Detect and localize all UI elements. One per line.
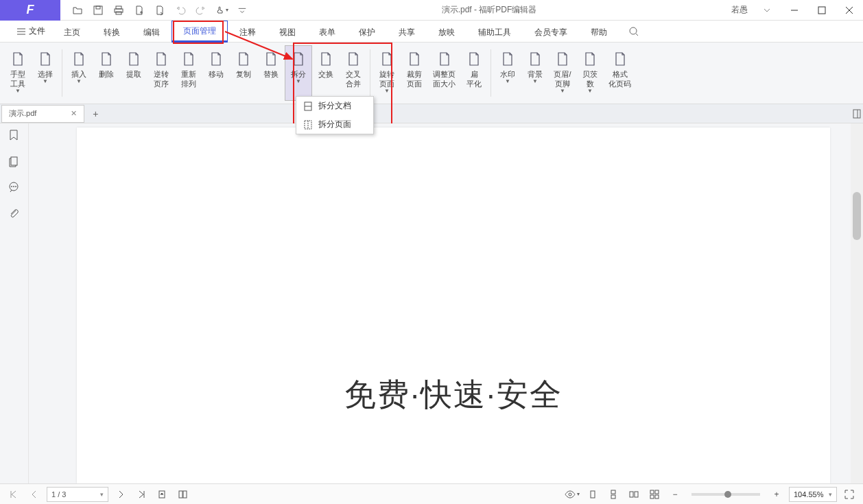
ribbon-btn-17[interactable]: 调整页 面大小 bbox=[428, 45, 460, 101]
menu-tab-12[interactable]: 帮助 bbox=[579, 21, 619, 43]
split-page-item[interactable]: 拆分页面 bbox=[296, 115, 373, 134]
ribbon-btn-11[interactable]: 拆分▼ bbox=[285, 45, 312, 101]
ribbon-btn-10[interactable]: 替换 bbox=[257, 45, 285, 101]
ribbon-btn-15[interactable]: 旋转 页面▼ bbox=[373, 45, 401, 101]
eye-icon[interactable]: ▾ bbox=[564, 486, 580, 503]
ribbon-btn-1[interactable]: 选择▼ bbox=[32, 45, 59, 101]
title-bar: F ▾ 演示.pdf - 福昕PDF编辑器 若愚 bbox=[0, 0, 863, 21]
zoom-slider-thumb[interactable] bbox=[724, 491, 731, 498]
next-page-icon[interactable] bbox=[113, 486, 129, 503]
menu-tab-0[interactable]: 主页 bbox=[52, 21, 92, 43]
status-bar: 1 / 3▾ ▾ − + 104.55%▾ bbox=[0, 483, 863, 504]
qat-more-icon[interactable] bbox=[232, 1, 252, 20]
document-tab[interactable]: 演示.pdf ✕ bbox=[1, 105, 84, 123]
window-controls: 若愚 bbox=[726, 0, 863, 21]
ribbon-btn-24[interactable]: 格式 化页码 bbox=[604, 45, 636, 101]
search-icon[interactable] bbox=[626, 23, 642, 40]
fullscreen-icon[interactable] bbox=[841, 486, 858, 503]
user-name[interactable]: 若愚 bbox=[726, 4, 753, 16]
print-icon[interactable] bbox=[108, 1, 129, 20]
open-icon[interactable] bbox=[67, 1, 88, 20]
ribbon-btn-6[interactable]: 逆转 页序 bbox=[147, 45, 175, 101]
view-mode1-icon[interactable] bbox=[154, 486, 170, 503]
svg-rect-27 bbox=[650, 495, 654, 499]
ribbon-btn-13[interactable]: 交叉 合并 bbox=[340, 45, 367, 101]
menu-tab-8[interactable]: 共享 bbox=[387, 21, 427, 43]
ribbon-btn-22[interactable]: 页眉/ 页脚▼ bbox=[549, 45, 576, 101]
panel-toggle-icon[interactable] bbox=[851, 106, 863, 122]
maximize-button[interactable] bbox=[808, 0, 836, 21]
zoom-out-icon[interactable]: − bbox=[667, 486, 683, 503]
ribbon-btn-12[interactable]: 交换 bbox=[312, 45, 340, 101]
ribbon-icon bbox=[379, 51, 394, 67]
ribbon-btn-8[interactable]: 移动 bbox=[202, 45, 230, 101]
ribbon-btn-18[interactable]: 扁 平化 bbox=[460, 45, 488, 101]
menu-tab-11[interactable]: 会员专享 bbox=[523, 21, 579, 43]
menu-tab-5[interactable]: 视图 bbox=[268, 21, 307, 43]
ribbon-btn-4[interactable]: 删除 bbox=[93, 45, 120, 101]
zoom-in-icon[interactable]: + bbox=[768, 486, 785, 503]
ribbon-icon bbox=[466, 51, 482, 67]
first-page-icon[interactable] bbox=[5, 486, 22, 503]
menu-tab-1[interactable]: 转换 bbox=[92, 21, 132, 43]
vertical-scrollbar[interactable] bbox=[851, 123, 863, 483]
ribbon-btn-21[interactable]: 背景▼ bbox=[521, 45, 549, 101]
menu-tab-10[interactable]: 辅助工具 bbox=[466, 21, 523, 43]
ribbon-btn-9[interactable]: 复制 bbox=[230, 45, 257, 101]
bookmark-icon[interactable] bbox=[8, 129, 21, 143]
facing-continuous-icon[interactable] bbox=[646, 486, 663, 503]
ribbon-btn-5[interactable]: 提取 bbox=[120, 45, 147, 101]
menu-tab-2[interactable]: 编辑 bbox=[132, 21, 172, 43]
ribbon-icon bbox=[154, 51, 169, 67]
ribbon-icon bbox=[71, 51, 86, 67]
doc-plus-icon[interactable] bbox=[129, 1, 150, 20]
svg-rect-25 bbox=[650, 490, 654, 494]
ribbon-btn-23[interactable]: 贝茨 数▼ bbox=[576, 45, 604, 101]
ribbon-btn-20[interactable]: 水印▼ bbox=[494, 45, 521, 101]
svg-rect-22 bbox=[611, 495, 615, 499]
ribbon-icon bbox=[236, 51, 251, 67]
menu-tab-9[interactable]: 放映 bbox=[427, 21, 466, 43]
menu-tab-4[interactable]: 注释 bbox=[228, 21, 268, 43]
svg-point-15 bbox=[15, 187, 16, 187]
minimize-button[interactable] bbox=[781, 0, 808, 21]
menu-tab-3[interactable]: 页面管理 bbox=[172, 21, 228, 43]
menu-tab-6[interactable]: 表单 bbox=[307, 21, 347, 43]
attachment-icon[interactable] bbox=[8, 207, 21, 221]
ribbon-btn-0[interactable]: 手型 工具▼ bbox=[4, 45, 32, 101]
continuous-icon[interactable] bbox=[605, 486, 622, 503]
file-menu[interactable]: 文件 bbox=[10, 25, 52, 37]
scroll-thumb[interactable] bbox=[853, 192, 861, 240]
split-document-item[interactable]: 拆分文档 bbox=[296, 97, 373, 115]
view-mode2-icon[interactable] bbox=[174, 486, 191, 503]
ribbon-toolbar: 手型 工具▼选择▼插入▼删除提取逆转 页序重新 排列移动复制替换拆分▼交换交叉 … bbox=[0, 43, 863, 104]
undo-icon[interactable] bbox=[170, 1, 191, 20]
menu-tab-7[interactable]: 保护 bbox=[347, 21, 387, 43]
zoom-level-input[interactable]: 104.55%▾ bbox=[789, 487, 837, 502]
prev-page-icon[interactable] bbox=[26, 486, 43, 503]
ribbon-btn-3[interactable]: 插入▼ bbox=[65, 45, 93, 101]
page-viewport[interactable]: 免费·快速·安全 bbox=[29, 123, 851, 483]
close-tab-icon[interactable]: ✕ bbox=[71, 109, 77, 118]
redo-icon[interactable] bbox=[191, 1, 211, 20]
ribbon-icon bbox=[209, 51, 224, 67]
facing-icon[interactable] bbox=[626, 486, 642, 503]
svg-rect-26 bbox=[655, 490, 659, 494]
save-icon[interactable] bbox=[88, 1, 108, 20]
close-button[interactable] bbox=[836, 0, 863, 21]
last-page-icon[interactable] bbox=[133, 486, 150, 503]
doc-arrow-icon[interactable] bbox=[150, 1, 170, 20]
touch-icon[interactable]: ▾ bbox=[211, 1, 232, 20]
ribbon-btn-7[interactable]: 重新 排列 bbox=[175, 45, 202, 101]
pages-icon[interactable] bbox=[8, 155, 21, 169]
zoom-slider[interactable] bbox=[691, 493, 760, 496]
comment-icon[interactable] bbox=[8, 181, 21, 195]
user-dropdown-icon[interactable] bbox=[753, 0, 781, 21]
svg-rect-10 bbox=[853, 110, 860, 118]
ribbon-btn-16[interactable]: 裁剪 页面 bbox=[401, 45, 428, 101]
single-page-icon[interactable] bbox=[584, 486, 601, 503]
page-number-input[interactable]: 1 / 3▾ bbox=[47, 487, 108, 502]
add-tab-button[interactable]: + bbox=[84, 108, 106, 119]
menu-bar: 文件 主页转换编辑页面管理注释视图表单保护共享放映辅助工具会员专享帮助 bbox=[0, 21, 863, 43]
ribbon-icon bbox=[613, 51, 628, 67]
